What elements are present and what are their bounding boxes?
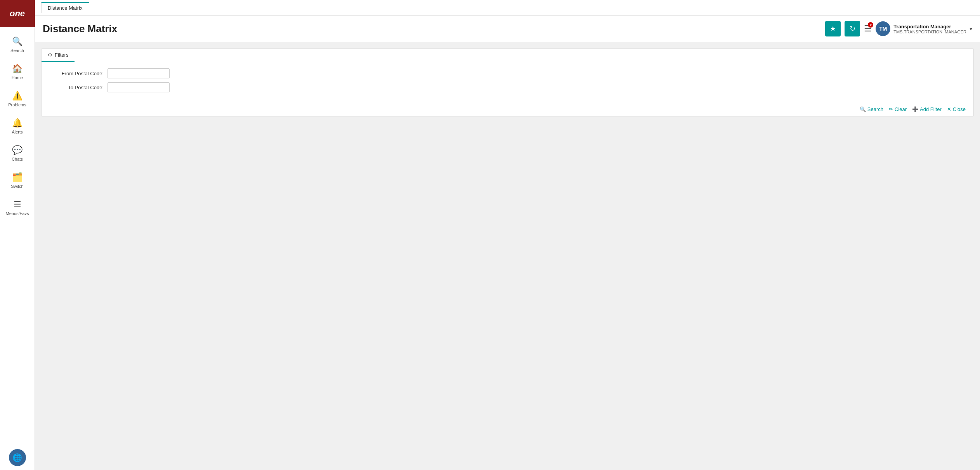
- close-icon: ✕: [947, 106, 951, 112]
- bell-icon: 🔔: [12, 118, 23, 128]
- clear-action[interactable]: ✏ Clear: [889, 106, 907, 112]
- chat-icon: 💬: [12, 145, 23, 155]
- sidebar-item-home-label: Home: [12, 75, 23, 80]
- from-postal-label: From Postal Code:: [49, 71, 104, 76]
- to-postal-label: To Postal Code:: [49, 85, 104, 90]
- main-area: Distance Matrix Distance Matrix ★ ↻ ☰ ★ …: [35, 0, 980, 470]
- sidebar-item-switch-label: Switch: [11, 184, 23, 189]
- sidebar-item-search-label: Search: [10, 48, 24, 53]
- distance-matrix-tab[interactable]: Distance Matrix: [41, 2, 89, 13]
- menu-icon: ☰: [14, 199, 21, 210]
- to-postal-code-input[interactable]: [108, 82, 170, 92]
- filters-tab-label: Filters: [55, 52, 68, 58]
- page-title: Distance Matrix: [43, 23, 117, 35]
- user-details: Transportation Manager TMS.TRANSPORTATIO…: [893, 24, 966, 34]
- header-actions: ★ ↻ ☰ ★ TM Transportation Manager TMS.TR…: [825, 21, 972, 36]
- user-code: TMS.TRANSPORTATION_MANAGER: [893, 29, 966, 34]
- app-logo[interactable]: one: [0, 0, 35, 27]
- content-area: ⚙ Filters From Postal Code: To Postal Co…: [35, 42, 980, 470]
- sidebar-item-alerts[interactable]: 🔔 Alerts: [0, 113, 35, 140]
- user-info[interactable]: TM Transportation Manager TMS.TRANSPORTA…: [876, 21, 972, 36]
- switch-icon: 🗂️: [12, 172, 23, 182]
- user-initials: TM: [879, 26, 887, 32]
- add-filter-action[interactable]: ➕ Add Filter: [912, 106, 942, 112]
- sidebar-item-chats-label: Chats: [12, 157, 23, 161]
- user-role: Transportation Manager: [893, 24, 966, 29]
- sidebar-nav: 🔍 Search 🏠 Home ⚠️ Problems 🔔 Alerts 💬 C…: [0, 27, 35, 449]
- to-postal-row: To Postal Code:: [49, 82, 966, 92]
- tab-label: Distance Matrix: [48, 5, 83, 11]
- sidebar-item-home[interactable]: 🏠 Home: [0, 58, 35, 85]
- warning-icon: ⚠️: [12, 91, 23, 101]
- sidebar-item-menus-label: Menus/Favs: [6, 211, 29, 216]
- filters-footer: 🔍 Search ✏ Clear ➕ Add Filter ✕ Close: [42, 102, 973, 116]
- user-avatar: TM: [876, 21, 890, 36]
- sidebar-item-alerts-label: Alerts: [12, 130, 23, 134]
- sidebar-item-switch[interactable]: 🗂️ Switch: [0, 167, 35, 194]
- sidebar-item-chats[interactable]: 💬 Chats: [0, 140, 35, 167]
- close-action[interactable]: ✕ Close: [947, 106, 966, 112]
- filters-body: From Postal Code: To Postal Code:: [42, 62, 973, 102]
- add-filter-icon: ➕: [912, 106, 918, 112]
- search-action[interactable]: 🔍 Search: [860, 106, 883, 112]
- sidebar-item-problems[interactable]: ⚠️ Problems: [0, 85, 35, 113]
- sidebar: one 🔍 Search 🏠 Home ⚠️ Problems 🔔 Alerts…: [0, 0, 35, 470]
- add-filter-label: Add Filter: [920, 106, 942, 112]
- filters-panel: ⚙ Filters From Postal Code: To Postal Co…: [41, 49, 974, 116]
- search-action-icon: 🔍: [860, 106, 866, 112]
- refresh-button[interactable]: ↻: [845, 21, 860, 36]
- filter-icon: ⚙: [48, 52, 52, 58]
- header-bar: Distance Matrix ★ ↻ ☰ ★ TM Transportatio…: [35, 16, 980, 42]
- home-icon: 🏠: [12, 64, 23, 74]
- sidebar-item-search[interactable]: 🔍 Search: [0, 31, 35, 58]
- tab-bar: Distance Matrix: [35, 0, 980, 16]
- filters-tab[interactable]: ⚙ Filters: [42, 49, 75, 62]
- notification-button[interactable]: ☰ ★: [864, 24, 872, 34]
- clear-action-icon: ✏: [889, 106, 893, 112]
- sidebar-item-problems-label: Problems: [8, 102, 26, 107]
- filters-tab-bar: ⚙ Filters: [42, 49, 973, 62]
- user-avatar-sidebar[interactable]: 🌐: [9, 449, 26, 466]
- chevron-down-icon: ▾: [970, 26, 972, 32]
- search-action-label: Search: [867, 106, 883, 112]
- sidebar-bottom: 🌐: [0, 449, 35, 470]
- sidebar-item-menus[interactable]: ☰ Menus/Favs: [0, 194, 35, 221]
- clear-action-label: Clear: [895, 106, 907, 112]
- logo-text: one: [10, 9, 25, 19]
- from-postal-code-input[interactable]: [108, 68, 170, 78]
- favorite-button[interactable]: ★: [825, 21, 841, 36]
- close-action-label: Close: [953, 106, 966, 112]
- from-postal-row: From Postal Code:: [49, 68, 966, 78]
- search-icon: 🔍: [12, 36, 23, 47]
- notification-badge: ★: [868, 22, 873, 28]
